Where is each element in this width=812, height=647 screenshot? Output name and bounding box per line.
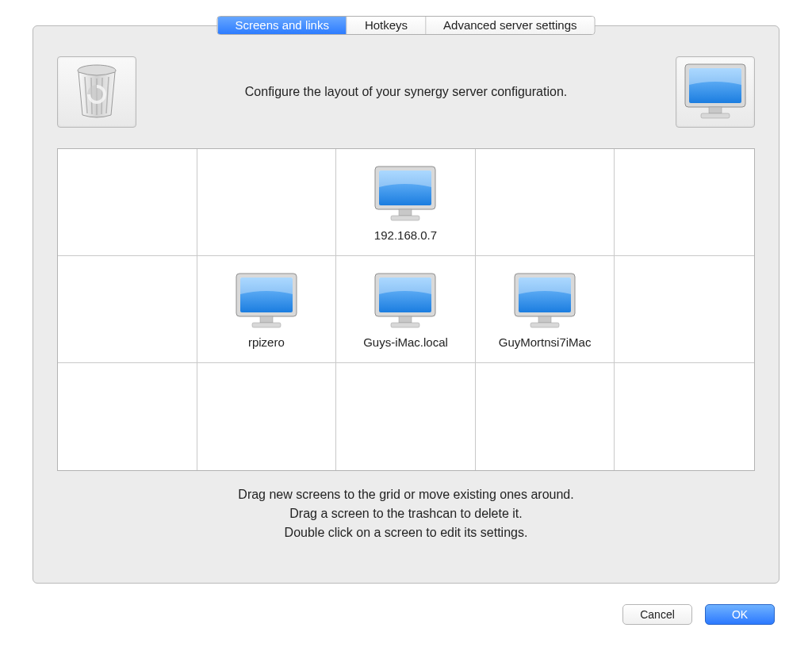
screen-grid[interactable]: 192.168.0.7 rpizero bbox=[57, 148, 755, 471]
svg-rect-25 bbox=[538, 316, 551, 323]
grid-cell-screen[interactable]: rpizero bbox=[197, 256, 337, 363]
tab-screens-and-links[interactable]: Screens and links bbox=[217, 17, 347, 34]
server-config-dialog: Screens and links Hotkeys Advanced serve… bbox=[13, 5, 799, 639]
grid-cell[interactable] bbox=[615, 363, 754, 470]
monitor-icon bbox=[233, 270, 300, 332]
panel-screens-and-links: Configure the layout of your synergy ser… bbox=[33, 25, 779, 584]
tab-bar: Screens and links Hotkeys Advanced serve… bbox=[216, 16, 595, 35]
ok-button[interactable]: OK bbox=[705, 604, 775, 625]
top-area: Configure the layout of your synergy ser… bbox=[33, 45, 779, 144]
screen-label: GuyMortnsi7iMac bbox=[499, 335, 592, 349]
footer-line: Double click on a screen to edit its set… bbox=[33, 523, 779, 542]
svg-rect-14 bbox=[391, 216, 419, 220]
cancel-button[interactable]: Cancel bbox=[622, 604, 692, 625]
footer-instructions: Drag new screens to the grid or move exi… bbox=[33, 485, 779, 542]
svg-rect-10 bbox=[701, 113, 730, 118]
svg-rect-13 bbox=[399, 209, 412, 216]
grid-cell[interactable] bbox=[197, 149, 337, 256]
svg-rect-21 bbox=[399, 316, 412, 323]
screen-label: 192.168.0.7 bbox=[374, 228, 437, 242]
header-instruction: Configure the layout of your synergy ser… bbox=[136, 85, 676, 99]
grid-cell-screen[interactable]: GuyMortnsi7iMac bbox=[476, 256, 615, 363]
grid-cell[interactable] bbox=[615, 149, 754, 256]
monitor-icon bbox=[372, 270, 439, 332]
tab-advanced-server-settings[interactable]: Advanced server settings bbox=[426, 17, 594, 34]
screen-label: rpizero bbox=[248, 335, 285, 349]
grid-cell[interactable] bbox=[58, 256, 197, 363]
grid-cell-screen[interactable]: Guys-iMac.local bbox=[336, 256, 476, 363]
dialog-buttons: Cancel OK bbox=[622, 604, 775, 625]
grid-cell[interactable] bbox=[197, 363, 337, 470]
svg-rect-9 bbox=[709, 107, 722, 113]
tab-hotkeys[interactable]: Hotkeys bbox=[347, 17, 426, 34]
trashcan-icon bbox=[72, 64, 121, 120]
grid-cell[interactable] bbox=[58, 363, 197, 470]
footer-line: Drag new screens to the grid or move exi… bbox=[33, 485, 779, 504]
svg-rect-18 bbox=[252, 323, 281, 327]
grid-cell[interactable] bbox=[615, 256, 754, 363]
monitor-icon bbox=[682, 61, 749, 123]
monitor-icon bbox=[372, 163, 439, 225]
trashcan-drop-target[interactable] bbox=[57, 56, 136, 128]
svg-rect-22 bbox=[391, 323, 419, 327]
grid-cell[interactable] bbox=[58, 149, 197, 256]
monitor-icon bbox=[511, 270, 578, 332]
grid-cell-screen[interactable]: 192.168.0.7 bbox=[336, 149, 476, 256]
grid-cell[interactable] bbox=[476, 363, 615, 470]
screen-label: Guys-iMac.local bbox=[363, 335, 448, 349]
svg-rect-17 bbox=[260, 316, 273, 323]
footer-line: Drag a screen to the trashcan to delete … bbox=[33, 504, 779, 523]
grid-cell[interactable] bbox=[476, 149, 615, 256]
svg-rect-26 bbox=[530, 323, 559, 327]
new-screen-source[interactable] bbox=[676, 56, 755, 128]
grid-cell[interactable] bbox=[336, 363, 476, 470]
